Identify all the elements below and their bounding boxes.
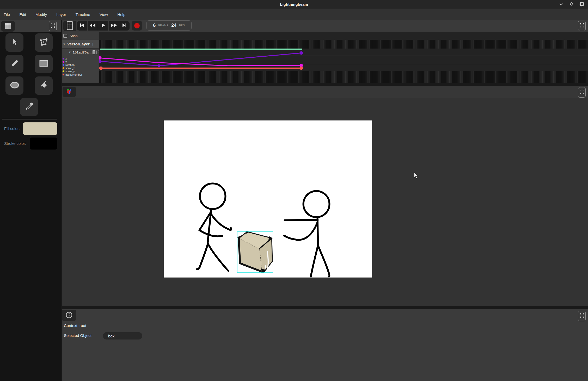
- eyedropper-icon: [25, 103, 33, 111]
- object-row[interactable]: ▼ 151ad70a... ~: [62, 49, 99, 56]
- property-name: y: [65, 60, 67, 63]
- menu-layer[interactable]: Layer: [56, 11, 71, 18]
- property-color-dot: [63, 67, 64, 69]
- fast-forward-button[interactable]: [109, 21, 119, 31]
- tool-eyedropper[interactable]: [20, 98, 38, 116]
- object-curve-toggle[interactable]: ~: [96, 50, 99, 54]
- skip-end-icon: [122, 23, 127, 28]
- fill-color-label: Fill color:: [4, 126, 20, 131]
- tools-expand-button[interactable]: [49, 21, 57, 31]
- fast-forward-icon: [111, 23, 117, 28]
- maximize-button[interactable]: [568, 1, 575, 8]
- close-button[interactable]: [578, 1, 585, 8]
- menu-timeline[interactable]: Timeline: [76, 11, 95, 18]
- inspector-expand-button[interactable]: [578, 311, 586, 321]
- stage-artwork: [164, 121, 372, 277]
- layer-suffix: [L]: [90, 42, 93, 46]
- left-stick-figure[interactable]: [197, 183, 231, 271]
- tool-pencil[interactable]: [5, 55, 23, 73]
- property-row-scale_y[interactable]: scale_y: [62, 70, 99, 73]
- collapse-triangle-icon[interactable]: ▼: [68, 51, 71, 53]
- collapse-triangle-icon[interactable]: ▼: [63, 43, 66, 45]
- fill-color-swatch[interactable]: [23, 122, 57, 135]
- diamond-icon: [569, 2, 573, 7]
- divider: [2, 119, 57, 120]
- menu-bar: FileEditModifyLayerTimelineViewHelp: [0, 9, 588, 20]
- record-icon: [134, 23, 140, 28]
- rewind-button[interactable]: [88, 21, 98, 31]
- selected-object-field[interactable]: box: [103, 332, 142, 340]
- tool-ellipse[interactable]: [5, 76, 23, 95]
- snap-label: Snap: [70, 34, 77, 38]
- fps-label: FPS: [179, 24, 185, 27]
- property-row-x[interactable]: x: [62, 57, 99, 60]
- curve-x[interactable]: [100, 53, 301, 66]
- transport-controls: [77, 21, 130, 31]
- timeline-tracks[interactable]: [99, 32, 588, 83]
- keyframe-dot-frameNumber[interactable]: [299, 67, 303, 70]
- tool-paint-bucket[interactable]: [35, 76, 53, 95]
- tool-select[interactable]: [5, 33, 23, 52]
- keyframe-dot-frameNumber[interactable]: [99, 67, 103, 70]
- info-button[interactable]: [62, 310, 76, 321]
- tool-node-edit[interactable]: [35, 33, 53, 52]
- property-row-frameNumber[interactable]: frameNumber: [62, 73, 99, 76]
- skip-start-icon: [79, 23, 85, 28]
- animation-curves: [99, 40, 588, 83]
- tools-panel: Fill color: Stroke color:: [0, 20, 61, 381]
- keyframe-dot-y[interactable]: [99, 56, 102, 60]
- right-stick-figure[interactable]: [284, 191, 329, 277]
- play-icon: [101, 23, 105, 29]
- tool-rectangle[interactable]: [35, 55, 53, 73]
- selected-object-label: Selected Object: [64, 333, 91, 338]
- snap-row: Snap: [62, 32, 99, 40]
- node-path-icon: [39, 38, 48, 47]
- timeline-panel: 6 FRAME 24 FPS 0204060801001201401601802…: [62, 20, 588, 83]
- mouse-cursor: [414, 172, 420, 181]
- record-button[interactable]: [132, 21, 142, 31]
- property-row-scale_x[interactable]: scale_x: [62, 67, 99, 70]
- menu-view[interactable]: View: [100, 11, 113, 18]
- property-name: scale_y: [65, 70, 75, 73]
- snap-checkbox[interactable]: [63, 34, 67, 38]
- menu-modify[interactable]: Modify: [35, 11, 52, 18]
- object-color-chip[interactable]: [93, 50, 95, 54]
- layers-column: Snap ▼ VectorLayer[L] ▼ 151ad70a... ~ xy…: [62, 32, 99, 83]
- scene-button[interactable]: [63, 87, 76, 97]
- property-color-dot: [63, 64, 64, 66]
- property-row-rotation[interactable]: rotation: [62, 63, 99, 67]
- skip-to-end-button[interactable]: [119, 21, 130, 31]
- skip-to-start-button[interactable]: [77, 21, 88, 31]
- stroke-color-swatch[interactable]: [30, 138, 57, 150]
- keyframe-extent-bar[interactable]: [100, 49, 302, 50]
- timeline-expand-button[interactable]: [578, 21, 586, 31]
- context-text: Context: root: [64, 323, 86, 328]
- canvas-expand-button[interactable]: [578, 87, 586, 98]
- menu-edit[interactable]: Edit: [19, 11, 31, 18]
- rewind-icon: [89, 23, 96, 28]
- layer-row[interactable]: ▼ VectorLayer[L]: [62, 40, 99, 49]
- keyframe-dot-x[interactable]: [157, 64, 160, 67]
- close-circle-icon: [579, 2, 584, 8]
- property-color-dot: [63, 61, 64, 63]
- app-logo-icon: [66, 88, 73, 96]
- keyframe-dot-x[interactable]: [99, 60, 102, 63]
- cursor-arrow-icon: [11, 38, 18, 47]
- keyframe-dot-x[interactable]: [299, 51, 303, 55]
- paint-bucket-icon: [40, 81, 48, 90]
- property-color-dot: [63, 58, 64, 59]
- property-row-y[interactable]: y: [62, 60, 99, 63]
- menu-file[interactable]: File: [4, 11, 15, 18]
- panel-grid-button[interactable]: [1, 21, 15, 32]
- menu-help[interactable]: Help: [117, 11, 130, 18]
- info-icon: [66, 312, 72, 319]
- inspector-panel: Context: root Selected Object box: [62, 309, 588, 381]
- film-button[interactable]: [63, 21, 76, 31]
- pencil-icon: [11, 59, 19, 68]
- play-button[interactable]: [98, 21, 109, 31]
- property-name: rotation: [65, 63, 75, 67]
- box-object[interactable]: [237, 231, 273, 273]
- grid-icon: [5, 22, 11, 30]
- stage[interactable]: [164, 121, 372, 277]
- minimize-button[interactable]: [558, 1, 565, 8]
